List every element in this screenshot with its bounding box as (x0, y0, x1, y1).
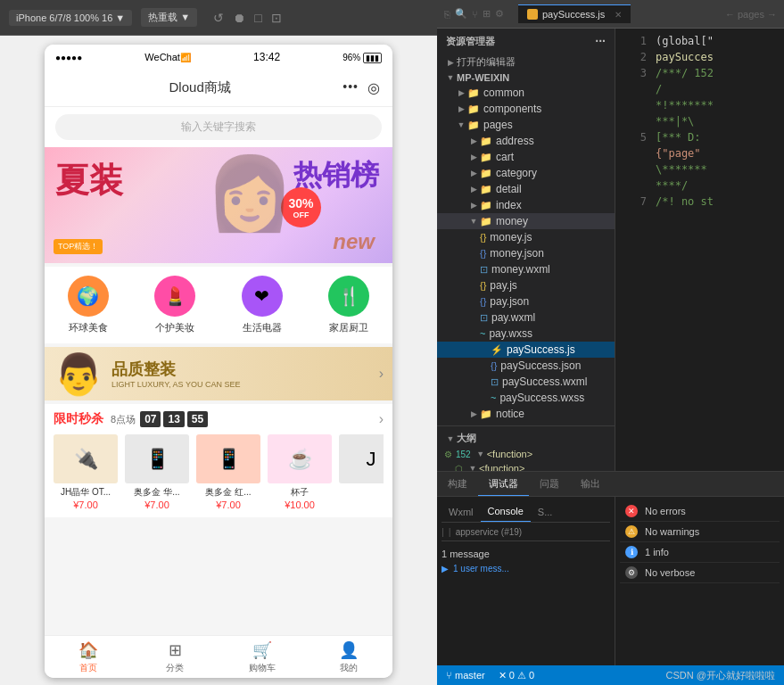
play-icon[interactable]: ⏺ (233, 11, 245, 25)
line-num-5 (620, 97, 647, 113)
sub-tab-console[interactable]: Console (481, 501, 531, 522)
tree-cart[interactable]: ▶ 📁 cart (437, 149, 615, 165)
tree-components[interactable]: ▶ 📁 components (437, 101, 615, 117)
category-item[interactable]: 🍴 家居厨卫 (306, 276, 393, 334)
tree-pay-wxss[interactable]: ~ pay.wxss (437, 326, 615, 342)
debug-icon[interactable]: ⚙ (495, 8, 504, 20)
flash-product-1[interactable]: 📱 奥多金 华... ¥7.00 (125, 434, 189, 510)
tab-output[interactable]: 输出 (570, 472, 611, 496)
category-icon-appliance: ❤ (242, 276, 283, 317)
tab-cart[interactable]: 🛒 购物车 (219, 636, 306, 678)
product-img-4: J (339, 434, 384, 483)
tree-money[interactable]: ▼ 📁 money (437, 213, 615, 229)
sub-tab-s[interactable]: S... (531, 501, 560, 522)
tree-paysuccess-wxss[interactable]: ~ paySuccess.wxss (437, 390, 615, 406)
compile-icon[interactable]: ⊡ (271, 11, 282, 25)
tab-close-icon[interactable]: ✕ (615, 10, 622, 20)
flash-more-icon[interactable]: › (379, 411, 384, 427)
tree-mp-weixin[interactable]: ▼ MP-WEIXIN (437, 70, 615, 85)
outline-function-1[interactable]: ⬡ ▼ <function> (437, 461, 615, 471)
tree-detail[interactable]: ▶ 📁 detail (437, 181, 615, 197)
cart-label: cart (496, 151, 514, 163)
tree-common[interactable]: ▶ 📁 common (437, 85, 615, 101)
tree-category[interactable]: ▶ 📁 category (437, 165, 615, 181)
file-tab-paysuccess[interactable]: paySuccess.js ✕ (518, 4, 631, 23)
tree-index[interactable]: ▶ 📁 index (437, 197, 615, 213)
tree-pay-js[interactable]: {} pay.js (437, 277, 615, 293)
battery-display: 96% ▮▮▮ (342, 53, 382, 62)
tab-profile-label: 我的 (340, 662, 358, 674)
search-input[interactable]: 输入关键字搜索 (55, 114, 382, 140)
code-line-2: 2 paySucces (615, 49, 784, 65)
category-item[interactable]: 💄 个护美妆 (132, 276, 219, 334)
tab-category[interactable]: ⊞ 分类 (132, 636, 219, 678)
grid-icon[interactable]: ⊞ (483, 8, 491, 20)
tree-paysuccess-json[interactable]: {} paySuccess.json (437, 358, 615, 374)
console-row-errors[interactable]: ✕ No errors (620, 501, 780, 522)
user-message-icon: ▶ (442, 564, 449, 574)
outline-152-label: <function> (487, 449, 532, 459)
nav-actions: ••• ◎ (342, 79, 380, 96)
tree-paysuccess-wxml[interactable]: ⊡ paySuccess.wxml (437, 374, 615, 390)
banner2-arrow[interactable]: › (379, 366, 384, 382)
tab-debugger[interactable]: 调试器 (478, 472, 529, 496)
branch-icon[interactable]: ⑂ (472, 9, 478, 20)
product-name-2: 奥多金 红... (196, 486, 260, 499)
flash-product-3[interactable]: ☕ 杯子 ¥10.00 (268, 434, 332, 510)
tree-pay-json[interactable]: {} pay.json (437, 293, 615, 309)
tab-profile[interactable]: 👤 我的 (306, 636, 393, 678)
console-row-verbose[interactable]: ⚙ No verbose (620, 563, 780, 583)
tree-money-wxml[interactable]: ⊡ money.wxml (437, 261, 615, 277)
flash-product-4[interactable]: J (339, 434, 384, 510)
appservice-tag[interactable]: appservice (#19) (456, 527, 522, 537)
banner-person: 👩 (205, 152, 294, 235)
device-selector[interactable]: iPhone 6/7/8 100% 16 ▼ (9, 10, 132, 26)
left-panel: iPhone 6/7/8 100% 16 ▼ 热重载 ▼ ↺ ⏺ □ ⊡ ●●●… (0, 0, 437, 685)
console-row-info[interactable]: ℹ 1 info (620, 542, 780, 563)
line-content-1: (global[" (656, 33, 714, 49)
product-price-1: ¥7.00 (125, 499, 189, 510)
category-item[interactable]: 🌍 环球美食 (45, 276, 132, 334)
outline-header[interactable]: ▼ 大纲 (437, 430, 615, 447)
user-message[interactable]: ▶ 1 user mess... (442, 562, 610, 575)
search-icon[interactable]: 🔍 (455, 8, 467, 20)
phone-status-bar: ●●●●● WeChat📶 13:42 96% ▮▮▮ (45, 45, 392, 70)
opened-editors-arrow: ▶ (444, 58, 457, 67)
flash-product-2[interactable]: 📱 奥多金 红... ¥7.00 (196, 434, 260, 510)
category-item[interactable]: ❤ 生活电器 (219, 276, 306, 334)
nav-more-icon[interactable]: ••• (342, 79, 359, 96)
folder-icon-notice: 📁 (480, 409, 492, 420)
tab-cart-icon: 🛒 (252, 640, 272, 660)
nav-home-icon[interactable]: ◎ (367, 79, 380, 96)
outline-152[interactable]: ⚙ 152 ▼ <function> (437, 447, 615, 461)
flash-sale-header: 限时秒杀 8点场 07 13 55 › (54, 411, 384, 427)
flash-product-0[interactable]: 🔌 JH晶华 OT... ¥7.00 (54, 434, 118, 510)
file-explorer: 资源管理器 ··· ▶ 打开的编辑器 ▼ MP-WEIXIN ▶ 📁 commo… (437, 29, 615, 471)
tree-money-json[interactable]: {} money.json (437, 245, 615, 261)
tree-pay-wxml[interactable]: ⊡ pay.wxml (437, 309, 615, 326)
tree-paysuccess-js[interactable]: ⚡ paySuccess.js (437, 342, 615, 358)
product-name-3: 杯子 (268, 486, 332, 499)
tree-notice[interactable]: ▶ 📁 notice (437, 406, 615, 422)
js-icon-paysuccessjs: ⚡ (491, 344, 503, 356)
tree-pages[interactable]: ▼ 📁 pages (437, 117, 615, 133)
product-price-0: ¥7.00 (54, 499, 118, 510)
code-line-5: *!******* (615, 97, 784, 113)
tab-problems[interactable]: 问题 (529, 472, 570, 496)
refresh-icon[interactable]: ↺ (213, 11, 224, 25)
explorer-menu-icon[interactable]: ··· (595, 34, 606, 48)
layout-icon[interactable]: □ (254, 11, 261, 25)
tree-money-js[interactable]: {} money.js (437, 229, 615, 245)
copy-icon[interactable]: ⎘ (444, 9, 450, 20)
line-num-9 (620, 161, 647, 177)
category-label-beauty: 个护美妆 (155, 321, 194, 334)
console-row-warnings[interactable]: ⚠ No warnings (620, 522, 780, 542)
code-line-10: ****/ (615, 177, 784, 194)
tree-opened-editors[interactable]: ▶ 打开的编辑器 (437, 54, 615, 70)
sub-tab-wxml[interactable]: Wxml (442, 501, 481, 522)
tree-address[interactable]: ▶ 📁 address (437, 133, 615, 149)
tab-home[interactable]: 🏠 首页 (45, 636, 132, 678)
money-arrow: ▼ (467, 217, 480, 226)
tab-build[interactable]: 构建 (437, 472, 478, 496)
hotreload-btn[interactable]: 热重载 ▼ (141, 8, 197, 27)
